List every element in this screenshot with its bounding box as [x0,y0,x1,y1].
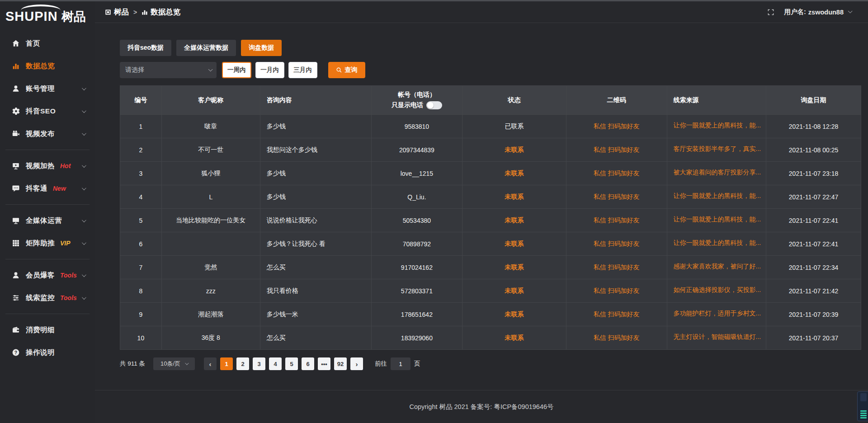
cell-date: 2021-11-08 12:28 [766,115,861,138]
sidebar-item-home[interactable]: 首页 [0,32,95,55]
cell-status: 未联系 [462,232,566,256]
breadcrumb-item-home[interactable]: 树品 [105,7,129,17]
qrcode-link[interactable]: 私信 扫码加好友 [594,122,640,130]
qrcode-link[interactable]: 私信 扫码加好友 [594,146,640,153]
cell-account: 50534380 [371,209,462,232]
sidebar-item-douketong[interactable]: 抖客通New [0,177,95,200]
sidebar-item-label: 全媒体运营 [26,216,62,226]
cell-account: 917024162 [371,256,462,279]
source-link[interactable]: 让你一眼就爱上的黑科技，能... [674,216,761,224]
sidebar-item-douyin-seo[interactable]: 抖音SEO [0,100,95,122]
page-size-select[interactable]: 10条/页 [153,357,195,370]
account-select[interactable]: 请选择 [120,62,217,78]
tab-inquiry-data[interactable]: 询盘数据 [241,40,282,56]
source-link[interactable]: 感谢大家喜欢我家，被问了好... [674,263,761,271]
logo-arc [21,5,61,10]
sidebar-item-media-operation[interactable]: 全媒体运营 [0,209,95,232]
source-link[interactable]: 多功能护栏灯，适用于乡村文... [674,310,761,318]
qrcode-link[interactable]: 私信 扫码加好友 [594,263,640,271]
corner-widget-bar [860,415,867,416]
cell-source: 被大家追着问的客厅投影分享... [667,162,766,185]
sidebar-item-account-management[interactable]: 账号管理 [0,77,95,100]
qrcode-link[interactable]: 私信 扫码加好友 [594,287,640,294]
source-link[interactable]: 让你一眼就爱上的黑科技，能... [674,122,761,130]
query-button[interactable]: 查询 [328,62,365,78]
next-page-button[interactable]: › [350,357,363,370]
cell-id: 2 [120,138,162,162]
cell-status: 未联系 [462,256,566,279]
cell-qrcode: 私信 扫码加好友 [566,232,667,256]
sidebar-item-operation-guide[interactable]: ?操作说明 [0,341,95,364]
sidebar-item-consumption-detail[interactable]: 消费明细 [0,319,95,341]
prev-page-button[interactable]: ‹ [204,357,217,370]
qrcode-link[interactable]: 私信 扫码加好友 [594,334,640,341]
sidebar-item-video-heat[interactable]: 视频加热Hot [0,155,95,177]
sidebar-item-badge: Tools [60,272,77,279]
main-area: 树品 > 数据总览 用户名: zswodun88 [95,1,868,423]
cell-id: 4 [120,185,162,209]
cell-date: 2021-11-07 22:34 [766,256,861,279]
chevron-down-icon [82,86,86,90]
sidebar-item-clue-monitor[interactable]: 线索监控Tools [0,287,95,309]
gear-icon [12,107,20,115]
sidebar-item-label: 视频发布 [26,129,55,139]
qrcode-link[interactable]: 私信 扫码加好友 [594,169,640,177]
page-button-92[interactable]: 92 [334,357,347,370]
range-three-month-button[interactable]: 三月内 [288,62,317,78]
chevron-down-icon [848,9,853,13]
cell-source: 让你一眼就爱上的黑科技，能... [667,185,766,209]
sidebar-item-member-burst[interactable]: 会员爆客Tools [0,264,95,287]
sidebar-item-matrix-boost[interactable]: 矩阵助推VIP [0,232,95,254]
sidebar-divider [5,204,90,205]
cell-qrcode: 私信 扫码加好友 [566,303,667,326]
source-link[interactable]: 让你一眼就爱上的黑科技，能... [674,192,761,200]
svg-text:?: ? [14,350,17,355]
app-window: SHUPIN 树品 首页数据总览账号管理抖音SEO视频发布视频加热Hot抖客通N… [0,1,868,423]
page-button-6[interactable]: 6 [302,357,314,370]
col-header-content: 咨询内容 [260,86,371,115]
cell-id: 6 [120,232,162,256]
range-one-month-button[interactable]: 一月内 [255,62,284,78]
phone-only-toggle[interactable] [426,101,442,109]
source-link[interactable]: 客厅安装投影半年多了，真实... [674,145,761,153]
page-button-2[interactable]: 2 [236,357,249,370]
fullscreen-icon[interactable] [767,9,774,16]
table-row: 7觉然怎么买917024162未联系私信 扫码加好友感谢大家喜欢我家，被问了好.… [120,256,861,279]
range-one-week-button[interactable]: 一周内 [222,62,251,78]
page-button-5[interactable]: 5 [285,357,298,370]
page-button-3[interactable]: 3 [253,357,265,370]
breadcrumb-item-current[interactable]: 数据总览 [142,7,180,17]
tab-media-operation-data[interactable]: 全媒体运营数据 [176,40,236,56]
source-link[interactable]: 被大家追着问的客厅投影分享... [674,169,761,177]
source-link[interactable]: 让你一眼就爱上的黑科技，能... [674,239,761,247]
sidebar-item-label: 账号管理 [26,84,55,94]
source-link[interactable]: 无主灯设计，智能磁吸轨道灯... [674,333,761,341]
page-button-1[interactable]: 1 [220,357,233,370]
topbar: 树品 > 数据总览 用户名: zswodun88 [95,1,868,23]
user-menu[interactable]: 用户名: zswodun88 [784,8,851,16]
brand-logo-en: SHUPIN [5,9,58,24]
select-placeholder: 请选择 [125,66,144,74]
brand-logo[interactable]: SHUPIN 树品 [0,4,95,27]
user-icon [12,85,20,93]
sidebar-item-data-overview[interactable]: 数据总览 [0,55,95,77]
page-button-4[interactable]: 4 [269,357,282,370]
tab-douyin-seo-data[interactable]: 抖音seo数据 [120,40,171,56]
sidebar-item-video-publish[interactable]: 视频发布 [0,122,95,145]
qrcode-link[interactable]: 私信 扫码加好友 [594,216,640,224]
col-header-nickname: 客户昵称 [161,86,260,115]
cell-date: 2021-11-07 21:42 [766,279,861,303]
cell-date: 2021-11-07 23:18 [766,162,861,185]
qrcode-link[interactable]: 私信 扫码加好友 [594,240,640,247]
cell-qrcode: 私信 扫码加好友 [566,115,667,138]
goto-page-input[interactable] [391,357,410,370]
cell-content: 我只看价格 [260,279,371,303]
more-pages-button[interactable]: ••• [318,357,330,370]
cell-content: 怎么买 [260,256,371,279]
cell-status: 未联系 [462,138,566,162]
qrcode-link[interactable]: 私信 扫码加好友 [594,193,640,200]
cell-content: 多少钱？让我死心 看 [260,232,371,256]
qrcode-link[interactable]: 私信 扫码加好友 [594,310,640,318]
source-link[interactable]: 如何正确选择投影仪，买投影... [674,286,761,294]
corner-widget[interactable] [857,391,868,421]
